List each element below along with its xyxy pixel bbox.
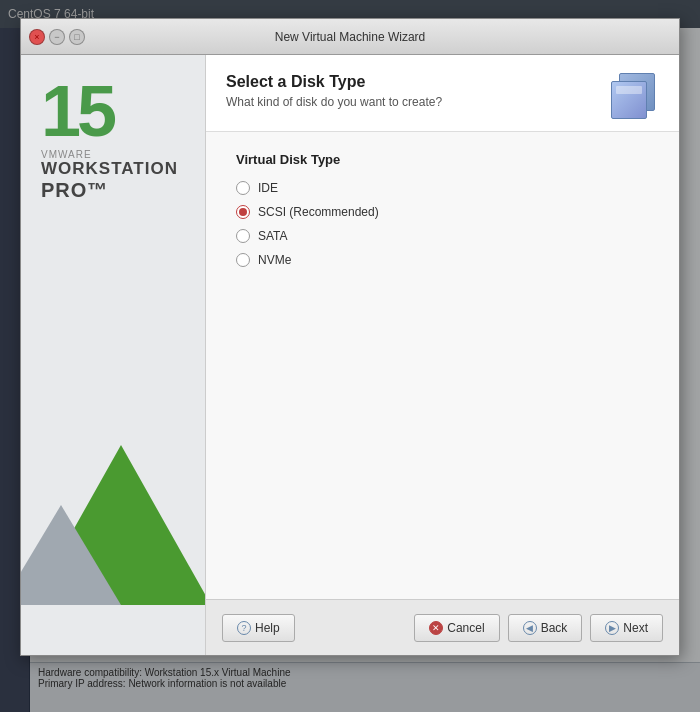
footer-left: ? Help bbox=[222, 614, 295, 642]
vmware-pro-label: PRO™ bbox=[41, 179, 178, 202]
disk-type-icon bbox=[611, 73, 659, 121]
cancel-icon: ✕ bbox=[429, 621, 443, 635]
next-icon: ▶ bbox=[605, 621, 619, 635]
cancel-button-label: Cancel bbox=[447, 621, 484, 635]
radio-label-sata: SATA bbox=[258, 229, 288, 243]
dialog-section-subtitle: What kind of disk do you want to create? bbox=[226, 95, 442, 109]
radio-item-sata[interactable]: SATA bbox=[236, 229, 649, 243]
vmware-logo: 15 VMWARE WORKSTATION PRO™ bbox=[41, 75, 178, 202]
footer-right: ✕ Cancel ◀ Back ▶ Next bbox=[414, 614, 663, 642]
dialog-title-buttons: × − □ bbox=[29, 29, 85, 45]
radio-button-ide[interactable] bbox=[236, 181, 250, 195]
close-icon: × bbox=[34, 32, 39, 42]
radio-item-nvme[interactable]: NVMe bbox=[236, 253, 649, 267]
dialog-close-button[interactable]: × bbox=[29, 29, 45, 45]
dialog-header: Select a Disk Type What kind of disk do … bbox=[206, 55, 679, 132]
radio-label-nvme: NVMe bbox=[258, 253, 291, 267]
radio-button-sata[interactable] bbox=[236, 229, 250, 243]
next-button[interactable]: ▶ Next bbox=[590, 614, 663, 642]
dialog-content: Virtual Disk Type IDE SCSI (Recommended) bbox=[206, 132, 679, 599]
minimize-icon: − bbox=[54, 32, 59, 42]
radio-button-nvme[interactable] bbox=[236, 253, 250, 267]
radio-label-scsi: SCSI (Recommended) bbox=[258, 205, 379, 219]
cancel-button[interactable]: ✕ Cancel bbox=[414, 614, 499, 642]
back-button[interactable]: ◀ Back bbox=[508, 614, 583, 642]
dialog-minimize-button[interactable]: − bbox=[49, 29, 65, 45]
dialog-right-panel: Select a Disk Type What kind of disk do … bbox=[206, 55, 679, 655]
disk-icon-front bbox=[611, 81, 647, 119]
dialog-overlay: × − □ New Virtual Machine Wizard 15 VMWA… bbox=[0, 0, 700, 712]
dialog-header-text: Select a Disk Type What kind of disk do … bbox=[226, 73, 442, 109]
dialog-title: New Virtual Machine Wizard bbox=[275, 30, 426, 44]
radio-item-ide[interactable]: IDE bbox=[236, 181, 649, 195]
help-button[interactable]: ? Help bbox=[222, 614, 295, 642]
disk-type-radio-group: IDE SCSI (Recommended) SATA bbox=[236, 181, 649, 267]
disk-icon-stack bbox=[611, 73, 659, 121]
dialog-section-title: Select a Disk Type bbox=[226, 73, 442, 91]
radio-label-ide: IDE bbox=[258, 181, 278, 195]
dialog-maximize-button[interactable]: □ bbox=[69, 29, 85, 45]
gray-triangle bbox=[21, 505, 121, 605]
radio-selected-indicator-scsi bbox=[239, 208, 247, 216]
vmware-brand: VMWARE WORKSTATION PRO™ bbox=[41, 149, 178, 202]
dialog-titlebar: × − □ New Virtual Machine Wizard bbox=[21, 19, 679, 55]
help-icon: ? bbox=[237, 621, 251, 635]
vmware-version-number: 15 bbox=[41, 75, 178, 147]
back-icon: ◀ bbox=[523, 621, 537, 635]
help-button-label: Help bbox=[255, 621, 280, 635]
radio-item-scsi[interactable]: SCSI (Recommended) bbox=[236, 205, 649, 219]
geo-shapes bbox=[21, 405, 206, 605]
disk-type-section-label: Virtual Disk Type bbox=[236, 152, 649, 167]
dialog-footer: ? Help ✕ Cancel ◀ Back bbox=[206, 599, 679, 655]
vmware-workstation-label: WORKSTATION bbox=[41, 160, 178, 179]
dialog-body: 15 VMWARE WORKSTATION PRO™ Sel bbox=[21, 55, 679, 655]
radio-button-scsi[interactable] bbox=[236, 205, 250, 219]
new-vm-wizard-dialog: × − □ New Virtual Machine Wizard 15 VMWA… bbox=[20, 18, 680, 656]
maximize-icon: □ bbox=[74, 32, 79, 42]
back-button-label: Back bbox=[541, 621, 568, 635]
dialog-left-panel: 15 VMWARE WORKSTATION PRO™ bbox=[21, 55, 206, 655]
next-button-label: Next bbox=[623, 621, 648, 635]
